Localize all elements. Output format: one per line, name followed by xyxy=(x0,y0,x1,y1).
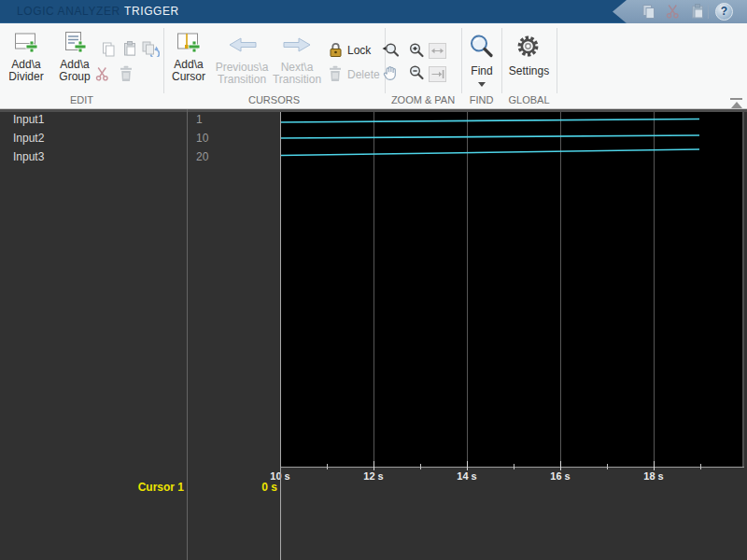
quick-access-banner: ? xyxy=(613,0,747,23)
channel-row[interactable]: Input1 1 xyxy=(0,110,280,129)
tab-bar: LOGIC ANALYZER TRIGGER ? xyxy=(0,0,747,23)
separator xyxy=(385,28,386,93)
add-group-icon xyxy=(63,31,87,53)
delete-button[interactable]: Delete xyxy=(347,68,380,81)
copy-icon[interactable] xyxy=(101,42,116,57)
next-transition-label2: Transition xyxy=(271,74,323,86)
axis-tick-label: 14 s xyxy=(446,470,487,482)
add-divider-label2: Divider xyxy=(2,71,50,83)
separator xyxy=(557,28,557,93)
tab-trigger[interactable]: TRIGGER xyxy=(124,0,179,23)
add-cursor-label2: Cursor xyxy=(164,71,213,83)
add-divider-icon xyxy=(14,31,38,53)
signal-trace-input2 xyxy=(280,135,699,138)
section-label-edit: EDIT xyxy=(0,94,163,107)
add-group-button[interactable]: Add\a Group xyxy=(50,31,99,83)
axis-tick-label: 18 s xyxy=(633,470,674,482)
separator xyxy=(501,28,502,93)
section-label-cursors: CURSORS xyxy=(163,94,385,107)
separator xyxy=(461,28,462,93)
previous-transition-icon xyxy=(227,34,258,56)
add-cursor-button[interactable]: Add\a Cursor xyxy=(164,31,213,83)
channel-name[interactable]: Input3 xyxy=(13,147,44,166)
channel-row[interactable]: Input2 10 xyxy=(0,129,280,147)
paste-icon[interactable] xyxy=(690,4,706,20)
span-x-button[interactable] xyxy=(429,43,446,59)
axis-tick xyxy=(654,461,655,470)
axis-tick xyxy=(700,464,701,469)
cursor-value: 0 s xyxy=(187,481,277,494)
axis-tick xyxy=(327,464,328,469)
settings-button[interactable]: Settings xyxy=(501,64,557,77)
cut-icon[interactable] xyxy=(95,66,109,81)
signal-trace-input3 xyxy=(280,149,699,156)
channel-name[interactable]: Input1 xyxy=(13,110,44,129)
add-group-label2: Group xyxy=(50,71,99,83)
zoom-in-icon[interactable] xyxy=(408,42,425,59)
cursor-line[interactable] xyxy=(280,112,281,560)
separator xyxy=(708,5,709,19)
paste-icon[interactable] xyxy=(122,41,137,57)
settings-gear-icon[interactable] xyxy=(516,35,540,58)
channel-value: 1 xyxy=(196,110,203,129)
section-label-global: GLOBAL xyxy=(501,94,557,107)
axis-tick xyxy=(467,461,468,470)
section-label-find: FIND xyxy=(461,94,501,107)
next-transition-button[interactable]: Next\a Transition xyxy=(271,31,323,86)
span-x-icon xyxy=(430,44,445,58)
find-button[interactable]: Find xyxy=(461,64,502,77)
axis-tick xyxy=(420,464,421,469)
add-cursor-icon xyxy=(176,31,201,53)
axis-tick xyxy=(560,461,561,470)
axis-tick xyxy=(374,461,374,470)
fit-to-view-icon[interactable] xyxy=(382,42,400,59)
signal-trace-input1 xyxy=(280,119,699,123)
pan-icon[interactable] xyxy=(382,64,400,81)
add-divider-button[interactable]: Add\a Divider xyxy=(2,31,50,83)
channel-value: 10 xyxy=(196,129,208,147)
axis-tick xyxy=(607,464,608,469)
help-icon[interactable]: ? xyxy=(715,3,733,21)
cursor-label[interactable]: Cursor 1 xyxy=(0,481,184,494)
section-label-zoom-pan: ZOOM & PAN xyxy=(385,94,461,107)
logic-analyzer-window: LOGIC ANALYZER TRIGGER ? xyxy=(0,0,747,560)
next-transition-icon xyxy=(282,34,313,56)
toolstrip: Add\a Divider Add\a Group xyxy=(0,23,747,109)
signal-traces xyxy=(280,112,744,467)
lock-button[interactable]: Lock xyxy=(347,44,371,57)
channel-name[interactable]: Input2 xyxy=(13,129,44,147)
waveform-plot[interactable] xyxy=(280,112,744,467)
zoom-x-button[interactable] xyxy=(429,66,446,82)
dropdown-caret-icon[interactable] xyxy=(478,82,486,87)
find-icon[interactable] xyxy=(469,34,494,59)
channel-value: 20 xyxy=(196,147,208,166)
previous-transition-button[interactable]: Previous\a Transition xyxy=(215,31,269,86)
zoom-x-icon xyxy=(430,67,445,81)
restore-icon[interactable] xyxy=(142,41,160,57)
waveform-workspace: 10 s 12 s 14 s 16 s 18 s Input1 1 Input2… xyxy=(0,109,747,560)
copy-icon[interactable] xyxy=(641,4,656,20)
axis-tick-label: 16 s xyxy=(540,470,581,482)
time-axis-line xyxy=(280,467,744,468)
lock-icon[interactable] xyxy=(329,41,343,58)
previous-transition-label2: Transition xyxy=(215,74,269,86)
cut-icon[interactable] xyxy=(666,4,680,20)
trash-icon[interactable] xyxy=(119,65,134,82)
app-title: LOGIC ANALYZER xyxy=(17,0,120,23)
channel-row[interactable]: Input3 20 xyxy=(0,147,280,166)
axis-tick xyxy=(514,464,514,469)
trash-icon[interactable] xyxy=(328,65,343,82)
zoom-out-icon[interactable] xyxy=(408,64,425,81)
axis-tick-label: 12 s xyxy=(353,470,394,482)
collapse-toolstrip-icon[interactable] xyxy=(730,98,742,108)
